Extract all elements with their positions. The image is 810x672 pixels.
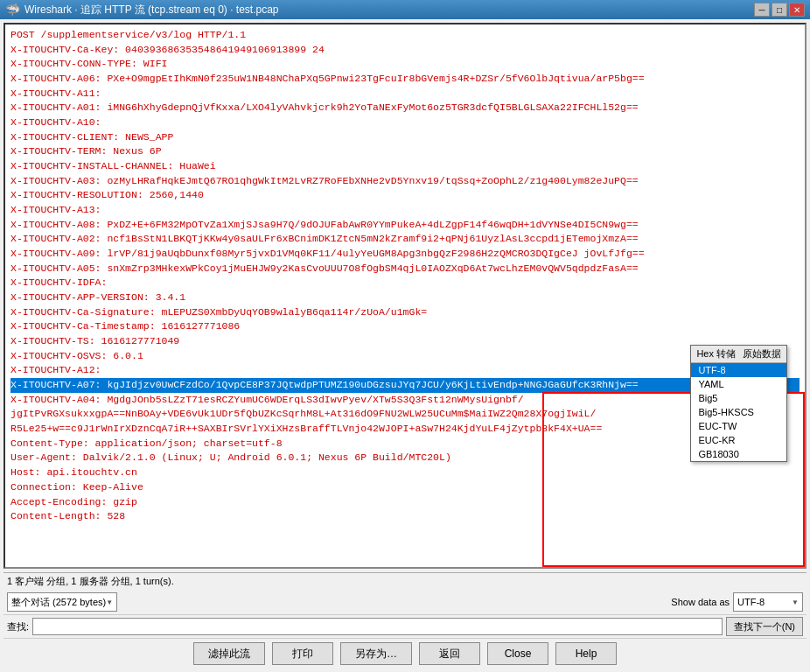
titlebar-left: 🦈 Wireshark · 追踪 HTTP 流 (tcp.stream eq 0… [5,3,279,18]
content-area: POST /supplementservice/v3/log HTTP/1.1X… [3,23,807,569]
conversation-combo-label: 整个对话 (2572 bytes) [11,596,106,609]
close-button[interactable]: Close [487,642,548,665]
http-line: X-ITOUCHTV-A08: PxDZ+E+6FM32MpOTvZa1XmjS… [10,218,800,233]
show-data-label: Show data as [671,597,730,607]
http-content: POST /supplementservice/v3/log HTTP/1.1X… [10,28,800,524]
minimize-button[interactable]: ─ [754,3,770,17]
print-button[interactable]: 打印 [272,642,333,665]
popup-encoding-item[interactable]: YAML [691,377,786,391]
search-input[interactable] [32,618,723,635]
filter-button[interactable]: 滤掉此流 [193,642,265,665]
encoding-arrow-icon: ▼ [792,598,799,606]
http-line: X-ITOUCHTV-A12: [10,363,800,378]
conversation-combo[interactable]: 整个对话 (2572 bytes) ▼ [7,592,117,612]
http-line: Host: api.itouchtv.cn [10,466,800,480]
http-line: X-ITOUCHTV-A02: ncf1BsStN1LBKQTjKKw4y0sa… [10,232,800,247]
http-line: X-ITOUCHTV-A06: PXe+O9mgpEtIhKmN0f235uW1… [10,72,800,87]
app-icon: 🦈 [5,3,19,17]
title-bar: 🦈 Wireshark · 追踪 HTTP 流 (tcp.stream eq 0… [0,0,810,19]
encoding-combo[interactable]: UTF-8 ▼ [733,592,803,612]
main-window: POST /supplementservice/v3/log HTTP/1.1X… [0,19,810,672]
http-line: Content-Length: 528 [10,509,800,524]
popup-encoding-item[interactable]: Big5-HKSCS [691,405,786,419]
http-line: X-ITOUCHTV-CLIENT: NEWS_APP [10,130,800,145]
http-line: Connection: Keep-Alive [10,480,800,495]
status-text: 1 客户端 分组, 1 服务器 分组, 1 turn(s). [7,576,174,586]
http-line: Content-Type: application/json; charset=… [10,437,800,452]
bottom-controls: 整个对话 (2572 bytes) ▼ Show data as UTF-8 ▼ [3,590,807,614]
http-line: X-ITOUCHTV-Ca-Signature: mLEPUZS0XmbDyUq… [10,305,800,320]
http-line: X-ITOUCHTV-APP-VERSION: 3.4.1 [10,290,800,305]
http-line: X-ITOUCHTV-Ca-Key: 040393686353548641949… [10,43,800,58]
popup-encoding-item[interactable]: GB18030 [691,447,786,461]
http-line: X-ITOUCHTV-A09: lrVP/81j9aUqbDunxf08Myr5… [10,247,800,262]
http-line: POST /supplementservice/v3/log HTTP/1.1 [10,28,800,43]
popup-encoding-item[interactable]: EUC-KR [691,433,786,447]
http-line: X-ITOUCHTV-CONN-TYPE: WIFI [10,57,800,72]
content-scroll[interactable]: POST /supplementservice/v3/log HTTP/1.1X… [5,24,805,567]
http-line: X-ITOUCHTV-A13: [10,203,800,218]
http-line: X-ITOUCHTV-A04: MgdgJOnb5sLZzT71esRCZYum… [10,393,800,408]
http-line: X-ITOUCHTV-INSTALL-CHANNEL: HuaWei [10,159,800,174]
combo-arrow-icon: ▼ [106,598,113,606]
encoding-popup: Hex 转储 原始数据 UTF-8YAMLBig5Big5-HKSCSEUC-T… [690,345,787,462]
save-as-button[interactable]: 另存为… [340,642,412,665]
http-line: Accept-Encoding: gzip [10,495,800,510]
http-line: X-ITOUCHTV-OSVS: 6.0.1 [10,349,800,364]
http-line: X-ITOUCHTV-IDFA: [10,276,800,290]
http-line: X-ITOUCHTV-A07: kgJIdjzv0UwCFzdCo/1QvpCE… [10,378,800,393]
help-button[interactable]: Help [555,642,617,665]
status-bar: 1 客户端 分组, 1 服务器 分组, 1 turn(s). [3,572,807,590]
search-row: 查找: 查找下一个(N) [3,614,807,638]
encoding-combo-value: UTF-8 [737,597,765,607]
http-line: X-ITOUCHTV-A01: iMNG6hXhyGdepnQjVfKxxa/L… [10,101,800,116]
http-line: X-ITOUCHTV-RESOLUTION: 2560,1440 [10,188,800,203]
close-window-button[interactable]: ✕ [789,3,805,17]
popup-items-container: UTF-8YAMLBig5Big5-HKSCSEUC-TWEUC-KRGB180… [691,363,786,461]
button-row: 滤掉此流 打印 另存为… 返回 Close Help [3,638,807,668]
popup-encoding-item[interactable]: UTF-8 [691,363,786,377]
http-line: jgItPvRGXsukxxgpA==NnBOAy+VDE6vUk1UDr5fQ… [10,407,800,422]
http-line: X-ITOUCHTV-A10: [10,116,800,130]
http-line: User-Agent: Dalvik/2.1.0 (Linux; U; Andr… [10,451,800,466]
popup-encoding-item[interactable]: Big5 [691,391,786,405]
http-line: X-ITOUCHTV-TS: 1616127771049 [10,334,800,349]
window-title: Wireshark · 追踪 HTTP 流 (tcp.stream eq 0) … [24,3,279,18]
find-next-button[interactable]: 查找下一个(N) [726,617,803,636]
search-label: 查找: [7,620,29,634]
http-line: R5Le25+w==c9J1rWnIrXDznCqA7iR++SAXBIrSVr… [10,422,800,437]
titlebar-buttons[interactable]: ─ □ ✕ [754,3,805,17]
maximize-button[interactable]: □ [772,3,787,17]
http-line: X-ITOUCHTV-A11: [10,87,800,102]
back-button[interactable]: 返回 [419,642,480,665]
http-line: X-ITOUCHTV-A03: ozMyLHRafHqkEJmtQ67RO1qh… [10,174,800,189]
http-line: X-ITOUCHTV-A05: snXmZrp3MHkexWPkCoy1jMuE… [10,262,800,276]
popup-title: Hex 转储 原始数据 [691,346,786,363]
http-line: X-ITOUCHTV-TERM: Nexus 6P [10,144,800,159]
popup-encoding-item[interactable]: EUC-TW [691,419,786,433]
http-line: X-ITOUCHTV-Ca-Timestamp: 1616127771086 [10,319,800,334]
